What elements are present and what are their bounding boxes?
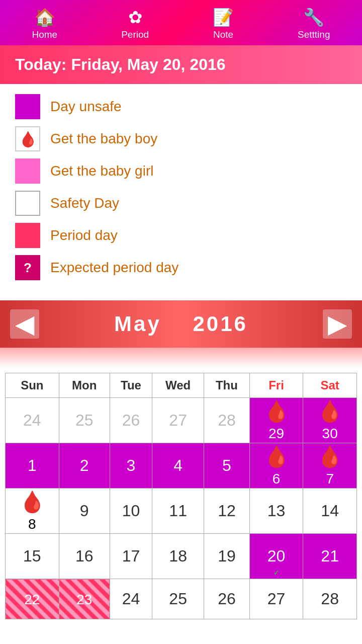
legend-item-boy: 🩸 Get the baby boy — [15, 126, 347, 151]
settings-icon: 🔧 — [303, 7, 324, 27]
table-cell[interactable]: 12 — [204, 489, 250, 534]
nav-period-label: Period — [121, 29, 149, 40]
table-cell[interactable]: 21 — [303, 534, 357, 579]
legend-box-period — [15, 223, 40, 248]
nav-settings[interactable]: 🔧 Settting — [298, 7, 330, 40]
blood-drop-icon: 🩸 — [19, 130, 37, 148]
today-text: Today: Friday, May 20, 2016 — [15, 55, 226, 73]
table-cell[interactable]: 🩸 6 — [249, 443, 303, 489]
nav-bar: 🏠 Home ✿ Period 📝 Note 🔧 Settting — [0, 0, 362, 45]
table-cell[interactable]: 19 — [204, 534, 250, 579]
note-icon: 📝 — [213, 7, 234, 27]
legend-label-safety: Safety Day — [50, 195, 119, 211]
legend-box-unsafe — [15, 94, 40, 119]
calendar-header: ◀ May 2016 ▶ — [0, 300, 362, 348]
table-cell[interactable]: 2 — [59, 443, 110, 489]
table-cell[interactable]: 4 — [152, 443, 204, 489]
table-cell[interactable]: 1 — [6, 443, 59, 489]
month-label: May — [114, 312, 161, 336]
nav-note-label: Note — [213, 29, 233, 40]
period-icon: ✿ — [128, 7, 142, 27]
table-cell[interactable]: 25 — [59, 398, 110, 443]
legend-item-girl: Get the baby girl — [15, 158, 347, 184]
col-sat: Sat — [303, 373, 357, 398]
today-banner: Today: Friday, May 20, 2016 — [0, 45, 362, 84]
legend-label-girl: Get the baby girl — [50, 163, 153, 179]
table-row: 24 25 26 27 28 🩸 29 🩸 30 — [6, 398, 357, 443]
table-cell[interactable]: 5 — [204, 443, 250, 489]
legend-label-expected: Expected period day — [50, 260, 178, 276]
calendar-subheader — [0, 348, 362, 368]
table-row: 15 16 17 18 19 20 ✓ 21 — [6, 534, 357, 579]
legend-box-boy: 🩸 — [15, 126, 40, 151]
legend-item-expected: ? Expected period day — [15, 255, 347, 280]
col-wed: Wed — [152, 373, 204, 398]
table-cell[interactable]: 24 — [110, 579, 152, 619]
table-row: 1 2 3 4 5 🩸 6 🩸 7 — [6, 443, 357, 489]
nav-settings-label: Settting — [298, 29, 330, 40]
table-row: 🩸 8 9 10 11 12 13 14 — [6, 489, 357, 534]
table-cell[interactable]: 11 — [152, 489, 204, 534]
legend-label-boy: Get the baby boy — [50, 131, 157, 147]
table-cell[interactable]: 🩸 30 — [303, 398, 357, 443]
table-cell[interactable]: 10 — [110, 489, 152, 534]
table-cell[interactable]: 27 — [152, 398, 204, 443]
table-cell[interactable]: 🩸 7 — [303, 443, 357, 489]
table-cell[interactable]: 24 — [6, 398, 59, 443]
table-cell[interactable]: 26 — [110, 398, 152, 443]
legend-box-expected: ? — [15, 255, 40, 280]
nav-period[interactable]: ✿ Period — [121, 7, 149, 40]
legend-item-unsafe: Day unsafe — [15, 94, 347, 119]
table-cell[interactable]: 3 — [110, 443, 152, 489]
calendar-grid-wrapper: Sun Mon Tue Wed Thu Fri Sat 24 25 26 27 … — [0, 373, 362, 629]
col-thu: Thu — [204, 373, 250, 398]
home-icon: 🏠 — [34, 7, 55, 27]
legend: Day unsafe 🩸 Get the baby boy Get the ba… — [0, 84, 362, 295]
legend-item-safety: Safety Day — [15, 191, 347, 216]
calendar-table: Sun Mon Tue Wed Thu Fri Sat 24 25 26 27 … — [5, 373, 357, 619]
table-cell[interactable]: 13 — [249, 489, 303, 534]
nav-note[interactable]: 📝 Note — [213, 7, 234, 40]
table-cell[interactable]: 🩸 29 — [249, 398, 303, 443]
next-month-button[interactable]: ▶ — [323, 309, 352, 339]
table-cell[interactable]: 15 — [6, 534, 59, 579]
table-cell[interactable]: 16 — [59, 534, 110, 579]
legend-label-unsafe: Day unsafe — [50, 99, 122, 115]
year-label: 2016 — [193, 312, 247, 336]
table-cell[interactable]: 🩸 8 — [6, 489, 59, 534]
legend-label-period: Period day — [50, 227, 118, 244]
month-year-display: May 2016 — [114, 312, 248, 336]
table-cell[interactable]: 26 — [204, 579, 250, 619]
table-cell[interactable]: 22 — [6, 579, 59, 619]
table-cell-today[interactable]: 20 ✓ — [249, 534, 303, 579]
table-cell[interactable]: 17 — [110, 534, 152, 579]
col-mon: Mon — [59, 373, 110, 398]
legend-box-girl — [15, 158, 40, 184]
table-cell[interactable]: 27 — [249, 579, 303, 619]
nav-home-label: Home — [32, 29, 57, 40]
prev-month-button[interactable]: ◀ — [10, 309, 39, 339]
table-cell[interactable]: 25 — [152, 579, 204, 619]
legend-item-period: Period day — [15, 223, 347, 248]
table-cell[interactable]: 28 — [303, 579, 357, 619]
calendar-header-row: Sun Mon Tue Wed Thu Fri Sat — [6, 373, 357, 398]
question-mark: ? — [24, 260, 32, 276]
table-cell[interactable]: 9 — [59, 489, 110, 534]
col-tue: Tue — [110, 373, 152, 398]
table-row: 22 23 24 25 26 27 28 — [6, 579, 357, 619]
table-cell[interactable]: 28 — [204, 398, 250, 443]
table-cell[interactable]: 14 — [303, 489, 357, 534]
col-sun: Sun — [6, 373, 59, 398]
nav-home[interactable]: 🏠 Home — [32, 7, 57, 40]
table-cell[interactable]: 18 — [152, 534, 204, 579]
table-cell[interactable]: 23 — [59, 579, 110, 619]
col-fri: Fri — [249, 373, 303, 398]
legend-box-safety — [15, 191, 40, 216]
